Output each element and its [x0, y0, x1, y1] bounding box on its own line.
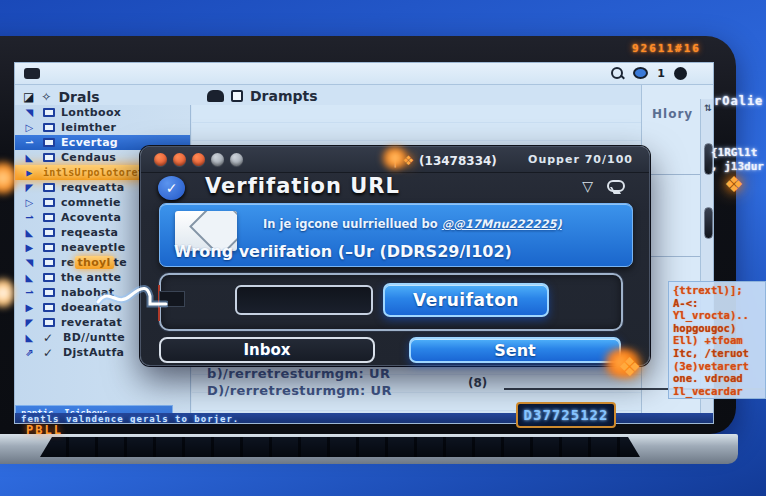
profile-dot-icon[interactable] — [674, 67, 687, 80]
history-header[interactable]: Hlory — [652, 107, 693, 121]
verification-dialog: | ❖ (13478334) Oupper 70/100 ✓ Verfifati… — [140, 146, 650, 366]
flame-glow — [380, 146, 410, 170]
folder-icon: ⇀ — [22, 137, 37, 148]
folder-icon: ◣ — [22, 272, 37, 283]
code-line: (3e)vetarert — [673, 360, 761, 373]
folder-icon: ⇗ — [22, 347, 37, 358]
scroll-arrows-icon[interactable]: ⇅ — [704, 103, 712, 113]
outside-code-line: {1RGl1t — [711, 146, 757, 159]
sidebar-item[interactable]: ▷Ieimther — [15, 120, 190, 135]
sidebar-item-label: Lontboox — [61, 106, 121, 119]
sidebar-item-label: reqveatta — [61, 181, 124, 194]
screenshot-stage: 92611#16 PBLL 1 ◪ ✧ Drals Drampts — [0, 0, 766, 496]
message-panel: In je igcone uulrriellued bo @@17Mnu2222… — [159, 203, 633, 267]
folder-icon: ◥ — [22, 257, 37, 268]
verification-input-group: Veruifaton — [159, 273, 623, 331]
code-line: {ttrextl)]; — [673, 284, 761, 297]
verification-input[interactable] — [235, 285, 373, 315]
folder-icon: ▶ — [22, 302, 37, 313]
laptop-base — [0, 434, 738, 464]
diamond-glow-icon: ❖ — [724, 172, 744, 197]
code-line: Yl_vrocta).. — [673, 309, 761, 322]
sidebar-item-label: Acoventa — [61, 211, 121, 224]
folder-blob-icon — [207, 90, 224, 102]
sidebar-item-label: neaveptle — [61, 241, 125, 254]
checkbox-icon[interactable] — [43, 303, 55, 312]
sidebar-item-label: Ieimther — [61, 121, 116, 134]
sidebar-item-label: DjstAutfa — [63, 346, 124, 359]
content-header[interactable]: Drampts — [207, 88, 318, 104]
checkbox-icon[interactable] — [43, 273, 55, 282]
checkbox-icon[interactable] — [43, 318, 55, 327]
mail-tray-icon: ◪ — [23, 90, 34, 104]
sidebar-item-label: rethoylte — [61, 256, 127, 269]
sidebar-item-label: Ecvertag — [61, 136, 118, 149]
keyboard — [40, 437, 640, 457]
bottom-id-badge: D37725122 — [516, 402, 616, 428]
sidebar-item-label: BD//untte — [63, 331, 125, 344]
checkbox-icon[interactable] — [43, 228, 55, 237]
inbox-button[interactable]: Inbox — [159, 337, 375, 363]
folder-icon: ◣ — [22, 152, 37, 163]
checkbox-icon[interactable] — [43, 183, 55, 192]
folder-icon: ◣ — [22, 332, 37, 343]
checkbox-icon[interactable] — [43, 198, 55, 207]
window-control-button[interactable] — [211, 153, 224, 166]
check-badge-icon: ✓ — [158, 176, 185, 200]
code-line: hopgougoc) — [673, 322, 761, 335]
checkbox-icon[interactable] — [43, 288, 55, 297]
sidebar-item-label: Cendaus — [61, 151, 116, 164]
dropdown-triangle-icon[interactable]: ▽ — [582, 178, 593, 194]
folder-icon: ⇀ — [22, 287, 37, 298]
highlight-fragment: thoyl — [75, 256, 114, 269]
body-line: D)/rerretresturmgm: UR — [207, 383, 392, 398]
checkbox-icon[interactable] — [43, 243, 55, 252]
minimize-button[interactable] — [173, 153, 186, 166]
code-line: Itc, /teruot — [673, 347, 761, 360]
search-icon[interactable] — [610, 66, 624, 80]
message-code: @@17Mnu222225) — [442, 217, 562, 231]
dialog-meter-text: Oupper 70/100 — [528, 153, 633, 166]
folder-icon: ▶ — [22, 167, 37, 178]
sidebar-item-label: comnetie — [61, 196, 121, 209]
check-diamond-icon: ✧ — [41, 90, 51, 104]
checkbox-icon[interactable] — [43, 258, 55, 267]
checkbox-icon[interactable] — [43, 153, 55, 162]
message-line-1: In je igcone uulrriellued bo @@17Mnu2222… — [263, 217, 562, 231]
folder-icon: ⇀ — [22, 212, 37, 223]
checkmark-icon: ✓ — [43, 331, 57, 345]
checkbox-icon[interactable] — [43, 138, 55, 147]
folder-icon: ▷ — [22, 197, 37, 208]
sidebar-item-label: intlsUrpolotoret — [43, 167, 144, 178]
window-control-button[interactable] — [230, 153, 243, 166]
checkbox-icon[interactable] — [43, 108, 55, 117]
zoom-button[interactable] — [192, 153, 205, 166]
checkmark-icon: ✓ — [43, 346, 57, 360]
checkbox-icon[interactable] — [43, 213, 55, 222]
dialog-id-text: (13478334) — [419, 154, 497, 168]
chat-bubble-icon[interactable] — [607, 180, 625, 192]
code-line: A-<: — [673, 297, 761, 310]
scrollbar-thumb[interactable] — [704, 207, 713, 239]
body-line: b)/rerretresturmgm: UR — [207, 366, 390, 381]
checkbox-icon[interactable] — [231, 90, 243, 102]
titlebar-count: 1 — [657, 67, 665, 80]
close-button[interactable] — [154, 153, 167, 166]
status-dot-icon[interactable] — [633, 67, 648, 79]
sidebar-header-label: Drals — [58, 89, 99, 105]
glowing-cable — [96, 278, 168, 318]
message-line-2: Wrong veriifation (–Ur (DDRS29/I102) — [174, 242, 512, 261]
orange-code-block: {ttrextl)]; A-<: Yl_vrocta).. hopgougoc)… — [668, 281, 766, 399]
checkbox-icon[interactable] — [43, 123, 55, 132]
sidebar-header[interactable]: ◪ ✧ Drals — [23, 89, 100, 105]
sidebar-item[interactable]: ◥Lontboox — [15, 105, 190, 120]
folder-icon: ◣ — [22, 227, 37, 238]
sent-button[interactable]: Sent — [409, 337, 621, 363]
verify-button[interactable]: Veruifaton — [383, 283, 549, 317]
window-titlebar: 1 — [15, 63, 713, 85]
folder-icon: ▶ — [22, 242, 37, 253]
code-line: one. vdroad — [673, 372, 761, 385]
folder-icon: ▷ — [22, 122, 37, 133]
code-line: Il_vecardar — [673, 385, 761, 398]
folder-icon: ◤ — [22, 182, 37, 193]
